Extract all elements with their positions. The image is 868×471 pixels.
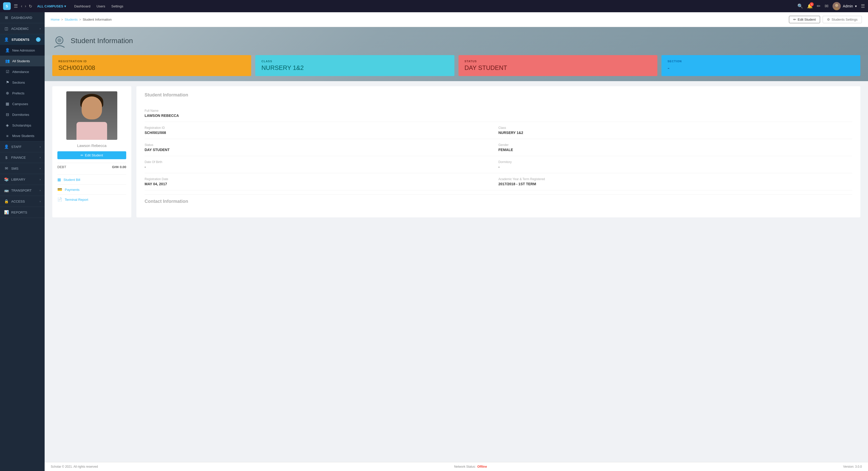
- transport-icon: 🚌: [4, 188, 9, 193]
- notification-badge: 3: [810, 2, 814, 6]
- link-student-bill[interactable]: ▦ Student Bill: [57, 175, 126, 184]
- sidebar-label-academic: ACADEMIC: [11, 27, 29, 31]
- sidebar-item-students[interactable]: 👤 STUDENTS ✓: [0, 34, 44, 45]
- forward-icon[interactable]: ›: [25, 4, 26, 9]
- link-terminal-report[interactable]: 📄 Terminal Report: [57, 195, 126, 204]
- more-menu-icon[interactable]: ☰: [861, 3, 865, 9]
- sidebar-item-new-admission[interactable]: 👤 New Admission: [0, 45, 44, 56]
- staff-icon: 👤: [4, 144, 9, 149]
- sidebar-item-scholarships[interactable]: ◈ Scholarships: [0, 120, 44, 130]
- edit-student-button[interactable]: ✏ Edit Student: [789, 16, 820, 23]
- back-icon[interactable]: ‹: [21, 4, 22, 9]
- sidebar-label-students: STUDENTS: [11, 38, 29, 41]
- library-arrow: ›: [40, 178, 40, 181]
- payments-label: Payments: [65, 188, 80, 192]
- network-status-value: Offline: [477, 465, 487, 468]
- breadcrumb-students[interactable]: Students: [64, 18, 78, 22]
- students-settings-button[interactable]: ⚙ Students Settings: [823, 16, 862, 23]
- search-icon[interactable]: 🔍: [797, 3, 803, 9]
- edit-student-btn-label: Edit Student: [85, 153, 103, 157]
- value-dormitory: -: [498, 165, 852, 169]
- student-info-grid: Full Name LAWSON REBECCA Registration ID…: [145, 105, 852, 190]
- terminal-report-icon: 📄: [57, 197, 62, 202]
- app-logo[interactable]: S: [3, 2, 11, 10]
- sidebar-label-staff: STAFF: [11, 145, 22, 149]
- academic-icon: ◫: [4, 26, 9, 31]
- sidebar-label-prefects: Prefects: [12, 91, 25, 95]
- mail-icon[interactable]: ✉: [825, 3, 829, 9]
- sidebar-item-sms[interactable]: ✉ SMS ›: [0, 163, 44, 174]
- edit-student-btn[interactable]: ✏ Edit Student: [57, 151, 126, 159]
- debt-currency: GH¢: [112, 165, 119, 169]
- label-full-name: Full Name: [145, 109, 852, 113]
- hamburger-menu[interactable]: ☰: [14, 3, 18, 9]
- sidebar-item-prefects[interactable]: ⊕ Prefects: [0, 88, 44, 98]
- student-name-display: Lawson Rebecca: [77, 143, 106, 148]
- sidebar-item-attendance[interactable]: ☑ Attendance: [0, 66, 44, 77]
- debt-row: DEBT GH¢ 0.00: [57, 163, 126, 171]
- sidebar-label-library: LIBRARY: [11, 178, 25, 181]
- campus-dropdown-icon: ▾: [64, 4, 66, 8]
- link-payments[interactable]: 💳 Payments: [57, 184, 126, 195]
- nav-link-users[interactable]: Users: [97, 4, 105, 8]
- admin-menu[interactable]: Admin ▾: [833, 2, 857, 10]
- label-class: Class: [498, 126, 852, 129]
- field-gender: Gender FEMALE: [498, 139, 852, 156]
- label-status: Status: [145, 143, 498, 147]
- campus-selector[interactable]: ALL CAMPUSES ▾: [37, 4, 66, 8]
- sidebar-item-academic[interactable]: ◫ ACADEMIC ›: [0, 23, 44, 34]
- sidebar-item-reports[interactable]: 📊 REPORTS: [0, 207, 44, 218]
- settings-icon: ⚙: [827, 18, 830, 22]
- students-icon: 👤: [4, 37, 9, 42]
- footer: Scholar © 2021. All rights reserved Netw…: [44, 462, 868, 471]
- sms-arrow: ›: [40, 167, 40, 170]
- breadcrumb-current: Student Information: [83, 18, 112, 22]
- payments-icon: 💳: [57, 187, 62, 192]
- sidebar-item-access[interactable]: 🔒 ACCESS ›: [0, 196, 44, 207]
- page-title: Student Information: [71, 37, 133, 45]
- right-panel: Student Information Full Name LAWSON REB…: [136, 86, 860, 217]
- sidebar-item-campuses[interactable]: ▦ Campuses: [0, 98, 44, 109]
- nav-link-settings[interactable]: Settings: [112, 4, 123, 8]
- sidebar-item-all-students[interactable]: 👥 All Students: [0, 56, 44, 66]
- sidebar-item-dormitories[interactable]: ⊟ Dormitories: [0, 109, 44, 120]
- portrait-body: [76, 122, 107, 140]
- edit-icon: ✏: [793, 18, 796, 22]
- notifications-icon[interactable]: 🔔 3: [807, 3, 813, 9]
- admin-avatar: [833, 2, 841, 10]
- sidebar-item-transport[interactable]: 🚌 TRANSPORT ›: [0, 185, 44, 196]
- label-reg-date: Registration Date: [145, 177, 498, 181]
- nav-link-dashboard[interactable]: Dashboard: [74, 4, 91, 8]
- sidebar-label-scholarships: Scholarships: [12, 123, 31, 127]
- contact-info-section-title: Contact Information: [145, 199, 852, 207]
- debt-value: 0.00: [120, 165, 126, 169]
- academic-arrow: ›: [40, 27, 40, 30]
- sidebar-item-finance[interactable]: $ FINANCE ›: [0, 152, 44, 163]
- sidebar-label-campuses: Campuses: [12, 102, 28, 106]
- access-icon: 🔒: [4, 199, 9, 204]
- student-links: ▦ Student Bill 💳 Payments 📄 Terminal Rep…: [57, 175, 126, 204]
- stat-label-status: STATUS: [465, 60, 651, 63]
- sidebar-item-library[interactable]: 📚 LIBRARY ›: [0, 174, 44, 185]
- reports-icon: 📊: [4, 210, 9, 214]
- sidebar-item-sections[interactable]: ⚑ Sections: [0, 77, 44, 88]
- admin-label: Admin: [843, 4, 853, 8]
- value-class: NURSERY 1&2: [498, 130, 852, 135]
- students-settings-label: Students Settings: [832, 18, 858, 22]
- student-bill-icon: ▦: [57, 177, 61, 182]
- breadcrumb-home[interactable]: Home: [51, 18, 60, 22]
- value-reg-date: MAY 04, 2017: [145, 182, 498, 186]
- sidebar-item-dashboard[interactable]: ⊞ DASHBOARD: [0, 12, 44, 23]
- sidebar-item-move-students[interactable]: ≡ Move Students: [0, 130, 44, 141]
- sidebar-item-staff[interactable]: 👤 STAFF ›: [0, 141, 44, 152]
- all-students-icon: 👥: [5, 59, 10, 63]
- label-registration-id: Registration ID: [145, 126, 498, 129]
- pencil-icon[interactable]: ✏: [817, 3, 820, 9]
- sidebar-label-transport: TRANSPORT: [11, 188, 32, 193]
- breadcrumb: Home > Students > Student Information: [51, 18, 112, 22]
- debt-label: DEBT: [57, 165, 66, 169]
- refresh-icon[interactable]: ↻: [29, 4, 32, 9]
- field-dob: Date Of Birth -: [145, 156, 498, 173]
- stat-card-class: CLASS NURSERY 1&2: [255, 55, 454, 76]
- value-gender: FEMALE: [498, 148, 852, 152]
